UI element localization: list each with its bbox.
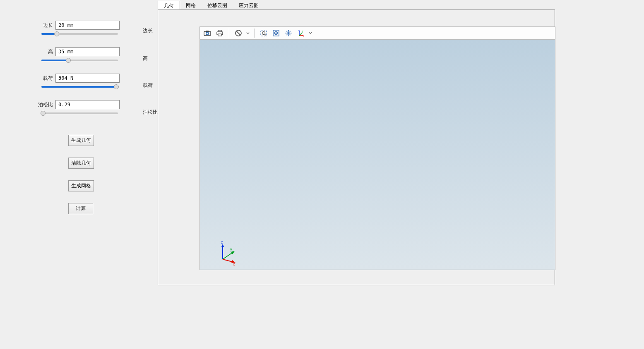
svg-point-1 bbox=[206, 32, 209, 35]
col2-label-bianchang: 边长 bbox=[143, 27, 159, 34]
generate-mesh-button[interactable]: 生成网格 bbox=[68, 180, 94, 191]
col2-label-bosongbi: 泊松比 bbox=[143, 109, 159, 116]
svg-line-10 bbox=[265, 34, 266, 36]
tab-mesh[interactable]: 网格 bbox=[180, 1, 202, 10]
chevron-down-icon[interactable] bbox=[246, 31, 250, 35]
tab-geometry[interactable]: 几何 bbox=[158, 1, 180, 10]
axes-triad-icon: z y x bbox=[216, 241, 241, 265]
slider-gao[interactable] bbox=[41, 60, 118, 61]
slider-bianchang[interactable] bbox=[41, 33, 118, 35]
parameters-sidebar: 边长 高 载荷 泊松比 生成几何 bbox=[0, 0, 157, 226]
input-bosongbi[interactable] bbox=[55, 100, 120, 109]
toolbar-separator bbox=[229, 29, 229, 38]
input-gao[interactable] bbox=[55, 47, 120, 56]
forbid-icon[interactable] bbox=[233, 28, 243, 38]
viewport-3d[interactable]: z y x bbox=[199, 40, 555, 270]
chevron-down-icon[interactable] bbox=[308, 31, 312, 35]
input-zaihe[interactable] bbox=[55, 74, 120, 83]
generate-geometry-button[interactable]: 生成几何 bbox=[68, 135, 94, 146]
coord-sys-icon[interactable]: x y z bbox=[296, 28, 306, 38]
pan-icon[interactable] bbox=[284, 28, 293, 38]
svg-point-9 bbox=[262, 32, 265, 35]
svg-text:y: y bbox=[302, 30, 303, 32]
col2-label-gao: 高 bbox=[143, 55, 159, 62]
viewport-toolbar: x y z bbox=[199, 26, 555, 40]
toolbar-separator bbox=[254, 29, 255, 38]
tab-stress[interactable]: 应力云图 bbox=[233, 1, 264, 10]
tabs-bar: 几何 网格 位移云图 应力云图 bbox=[158, 1, 555, 10]
svg-rect-5 bbox=[218, 34, 221, 36]
main-area: 几何 网格 位移云图 应力云图 bbox=[158, 1, 555, 285]
tab-displacement[interactable]: 位移云图 bbox=[202, 1, 233, 10]
svg-rect-2 bbox=[206, 31, 209, 32]
compute-button[interactable]: 计算 bbox=[68, 203, 93, 214]
fit-icon[interactable] bbox=[271, 28, 281, 38]
axis-y-label: y bbox=[230, 247, 232, 251]
axis-x-label: x bbox=[233, 262, 235, 265]
label-bosongbi: 泊松比 bbox=[37, 101, 53, 108]
label-gao: 高 bbox=[37, 48, 53, 55]
secondary-labels-column: 边长 高 载荷 泊松比 bbox=[143, 25, 159, 116]
print-icon[interactable] bbox=[215, 28, 225, 38]
slider-zaihe[interactable] bbox=[41, 86, 118, 88]
tab-panel-geometry: x y z z y x bbox=[158, 10, 555, 285]
svg-rect-4 bbox=[218, 30, 221, 32]
svg-line-19 bbox=[223, 252, 233, 259]
input-bianchang[interactable] bbox=[55, 21, 120, 30]
svg-text:x: x bbox=[303, 35, 304, 37]
camera-icon[interactable] bbox=[202, 28, 212, 38]
slider-bosongbi[interactable] bbox=[41, 112, 118, 114]
svg-line-7 bbox=[236, 31, 240, 35]
col2-label-zaihe: 载荷 bbox=[143, 82, 159, 89]
label-zaihe: 载荷 bbox=[37, 75, 53, 82]
zoom-box-icon[interactable] bbox=[259, 28, 269, 38]
axis-z-label: z bbox=[221, 241, 223, 244]
clear-geometry-button[interactable]: 清除几何 bbox=[68, 158, 94, 169]
label-bianchang: 边长 bbox=[37, 22, 53, 29]
